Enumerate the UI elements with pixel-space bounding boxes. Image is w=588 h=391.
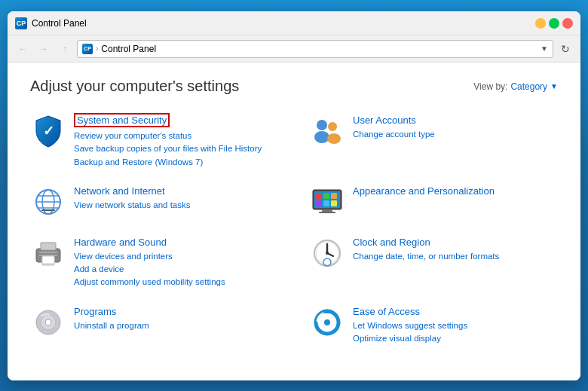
- close-button[interactable]: [562, 18, 573, 29]
- svg-rect-26: [42, 256, 54, 264]
- ease-of-access-icon: [309, 304, 345, 341]
- appearance-link[interactable]: Appearance and Personalization: [353, 185, 495, 197]
- back-button[interactable]: ←: [14, 40, 32, 58]
- ease-of-access-link-2[interactable]: Optimize visual display: [353, 332, 558, 345]
- clock-region-link[interactable]: Clock and Region: [353, 237, 430, 248]
- svg-point-3: [328, 122, 337, 131]
- category-system-security: ✓ System and Security Review your comput…: [30, 113, 279, 169]
- svg-point-38: [324, 319, 330, 325]
- window-icon: CP: [15, 17, 27, 29]
- categories-grid: ✓ System and Security Review your comput…: [30, 113, 558, 360]
- svg-point-1: [317, 120, 327, 130]
- programs-link-1[interactable]: Uninstall a program: [74, 319, 279, 332]
- svg-rect-16: [316, 200, 322, 206]
- user-accounts-icon: [309, 113, 345, 149]
- svg-rect-18: [331, 200, 337, 206]
- maximize-button[interactable]: [549, 18, 559, 29]
- network-internet-link[interactable]: Network and Internet: [74, 185, 165, 197]
- page-title: Adjust your computer's settings: [30, 78, 239, 95]
- system-security-link[interactable]: System and Security: [74, 113, 170, 127]
- window-title: Control Panel: [32, 18, 87, 29]
- user-accounts-link-1[interactable]: Change account type: [353, 128, 558, 141]
- up-button[interactable]: ↑: [56, 40, 74, 58]
- forward-button[interactable]: →: [35, 40, 53, 58]
- ease-of-access-text: Ease of Access Let Windows suggest setti…: [353, 304, 558, 346]
- network-internet-link-1[interactable]: View network status and tasks: [74, 199, 279, 212]
- title-bar: CP Control Panel: [8, 11, 580, 35]
- system-security-link-2[interactable]: Save backup copies of your files with Fi…: [74, 142, 279, 155]
- window-controls: [535, 18, 573, 29]
- svg-rect-17: [323, 200, 329, 206]
- appearance-text: Appearance and Personalization: [353, 184, 558, 199]
- system-security-icon: ✓: [30, 113, 66, 149]
- address-dropdown-button[interactable]: ▼: [541, 44, 548, 53]
- hardware-sound-link-1[interactable]: View devices and printers: [74, 250, 279, 263]
- programs-icon: [30, 304, 66, 341]
- svg-text:✓: ✓: [43, 124, 54, 139]
- category-programs: Programs Uninstall a program: [30, 304, 279, 346]
- svg-rect-14: [323, 193, 329, 199]
- hardware-sound-link-2[interactable]: Add a device: [74, 263, 279, 276]
- system-security-link-3[interactable]: Backup and Restore (Windows 7): [74, 156, 279, 169]
- system-security-link-1[interactable]: Review your computer's status: [74, 130, 279, 142]
- hardware-sound-link-3[interactable]: Adjust commonly used mobility settings: [74, 276, 279, 289]
- address-icon: CP: [82, 44, 93, 54]
- content-header: Adjust your computer's settings View by:…: [30, 78, 558, 95]
- svg-rect-10: [41, 209, 55, 211]
- programs-text: Programs Uninstall a program: [74, 304, 279, 332]
- svg-point-35: [45, 319, 51, 325]
- svg-rect-15: [331, 193, 337, 199]
- category-clock-region: Clock and Region Change date, time, or n…: [309, 235, 558, 289]
- clock-region-link-1[interactable]: Change date, time, or number formats: [353, 250, 558, 263]
- svg-rect-22: [39, 252, 57, 253]
- category-user-accounts: User Accounts Change account type: [309, 113, 558, 169]
- nav-bar: ← → ↑ CP › Control Panel ▼ ↻: [8, 35, 580, 63]
- network-internet-icon: [30, 184, 66, 220]
- svg-point-31: [326, 252, 329, 255]
- view-by-control: View by: Category ▼: [473, 81, 558, 92]
- hardware-sound-link[interactable]: Hardware and Sound: [74, 237, 167, 248]
- svg-rect-19: [322, 209, 332, 212]
- clock-region-text: Clock and Region Change date, time, or n…: [353, 235, 558, 263]
- clock-region-icon: [309, 235, 345, 271]
- svg-rect-24: [41, 243, 56, 250]
- programs-link[interactable]: Programs: [74, 306, 116, 317]
- svg-rect-13: [316, 193, 322, 199]
- svg-point-2: [314, 131, 329, 143]
- address-path: Control Panel: [101, 44, 156, 54]
- minimize-button[interactable]: [535, 18, 546, 29]
- category-hardware-sound: Hardware and Sound View devices and prin…: [30, 235, 279, 289]
- hardware-sound-icon: [30, 235, 66, 271]
- view-by-label: View by:: [473, 81, 507, 92]
- view-by-arrow-icon: ▼: [550, 82, 558, 90]
- refresh-button[interactable]: ↻: [556, 40, 574, 58]
- content-area: Adjust your computer's settings View by:…: [8, 63, 580, 380]
- ease-of-access-link-1[interactable]: Let Windows suggest settings: [353, 319, 558, 332]
- network-internet-text: Network and Internet View network status…: [74, 184, 279, 212]
- svg-rect-20: [319, 212, 335, 213]
- address-bar[interactable]: CP › Control Panel ▼: [77, 40, 553, 58]
- address-chevron: ›: [96, 44, 98, 53]
- system-security-text: System and Security Review your computer…: [74, 113, 279, 169]
- ease-of-access-link[interactable]: Ease of Access: [353, 306, 420, 317]
- category-ease-of-access: Ease of Access Let Windows suggest setti…: [309, 304, 558, 346]
- category-network-internet: Network and Internet View network status…: [30, 184, 279, 220]
- hardware-sound-text: Hardware and Sound View devices and prin…: [74, 235, 279, 289]
- category-appearance: Appearance and Personalization: [309, 184, 558, 220]
- svg-point-4: [327, 133, 341, 144]
- appearance-icon: [309, 184, 345, 220]
- user-accounts-text: User Accounts Change account type: [353, 113, 558, 141]
- user-accounts-link[interactable]: User Accounts: [353, 115, 416, 126]
- control-panel-window: CP Control Panel ← → ↑ CP › Control Pane…: [8, 11, 580, 380]
- view-by-dropdown[interactable]: Category: [510, 81, 547, 92]
